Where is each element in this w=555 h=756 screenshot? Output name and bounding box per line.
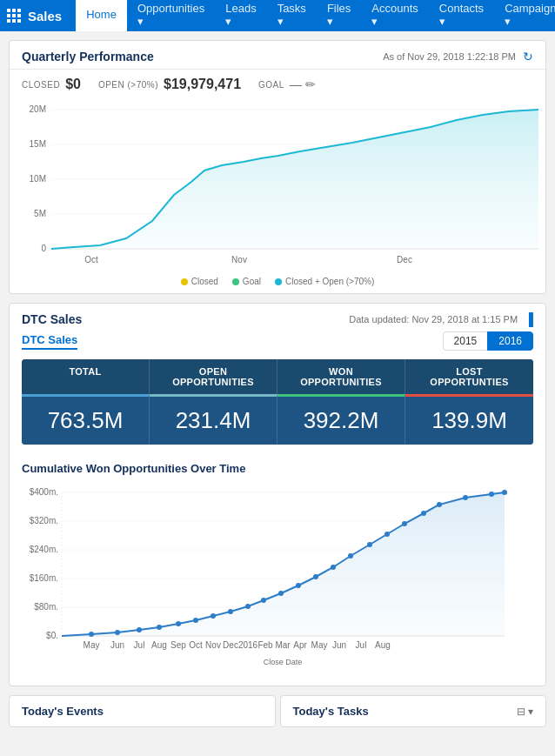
stats-table-header: TOTAL Open Opportunities Won Opportuniti… bbox=[22, 359, 533, 394]
closed-stat: CLOSED $0 bbox=[22, 77, 81, 92]
svg-text:0: 0 bbox=[41, 244, 46, 253]
goal-label: GOAL bbox=[258, 80, 284, 90]
dtc-body: DTC Sales 2015 2016 TOTAL Open Opportuni… bbox=[10, 331, 545, 686]
svg-text:$400m.: $400m. bbox=[30, 487, 58, 497]
tab-opportunities[interactable]: Opportunities ▾ bbox=[127, 0, 215, 31]
dtc-tab-title[interactable]: DTC Sales bbox=[22, 333, 77, 350]
cumulative-chart: $400m. $320m. $240m. $160m. $80m. $0. C bbox=[22, 482, 509, 673]
grid-icon[interactable] bbox=[7, 5, 21, 26]
legend-closed-label: Closed bbox=[191, 277, 218, 286]
svg-point-47 bbox=[296, 583, 301, 588]
dtc-title: DTC Sales bbox=[22, 312, 82, 326]
closed-value: $0 bbox=[65, 77, 81, 92]
legend-goal-label: Goal bbox=[243, 277, 261, 286]
cumulative-chart-title: Cumulative Won Opportunities Over Time bbox=[22, 462, 533, 475]
svg-point-55 bbox=[437, 502, 442, 507]
app-name: Sales bbox=[28, 9, 62, 23]
nav-tabs: Home Opportunities ▾ Leads ▾ Tasks ▾ Fil… bbox=[76, 0, 555, 31]
dtc-card: DTC Sales Data updated: Nov 29, 2018 at … bbox=[9, 303, 546, 686]
top-nav: Sales Home Opportunities ▾ Leads ▾ Tasks… bbox=[0, 0, 555, 31]
quarterly-timestamp: As of Nov 29, 2018 1:22:18 PM bbox=[383, 51, 516, 62]
open-label: OPEN (>70%) bbox=[98, 80, 158, 90]
svg-point-50 bbox=[348, 553, 353, 559]
tab-campaigns[interactable]: Campaigns ▾ bbox=[494, 0, 555, 31]
svg-text:5M: 5M bbox=[34, 209, 46, 218]
svg-text:20M: 20M bbox=[30, 104, 46, 114]
year-btn-2016[interactable]: 2016 bbox=[487, 331, 533, 351]
svg-text:$240m.: $240m. bbox=[30, 545, 58, 554]
svg-text:May: May bbox=[84, 640, 100, 650]
open-value: $19,979,471 bbox=[164, 77, 241, 92]
quarterly-chart: 20M 15M 10M 5M 0 bbox=[22, 99, 542, 273]
svg-point-43 bbox=[228, 609, 233, 614]
stats-table-values: 763.5M 231.4M 392.2M 139.9M bbox=[22, 394, 533, 445]
svg-point-44 bbox=[245, 604, 251, 609]
svg-point-36 bbox=[89, 632, 94, 637]
qp-stats: CLOSED $0 OPEN (>70%) $19,979,471 GOAL —… bbox=[10, 70, 545, 96]
tab-leads[interactable]: Leads ▾ bbox=[215, 0, 266, 31]
svg-point-57 bbox=[489, 492, 494, 497]
svg-text:Jun: Jun bbox=[110, 640, 124, 650]
svg-text:Jul: Jul bbox=[134, 640, 145, 650]
col-header-lost: Lost Opportunties bbox=[405, 359, 533, 394]
open-stat: OPEN (>70%) $19,979,471 bbox=[98, 77, 241, 92]
svg-rect-3 bbox=[7, 14, 10, 17]
svg-point-49 bbox=[331, 565, 336, 570]
tab-tasks[interactable]: Tasks ▾ bbox=[267, 0, 317, 31]
quarterly-chart-area: 20M 15M 10M 5M 0 bbox=[10, 96, 545, 293]
tab-accounts[interactable]: Accounts ▾ bbox=[361, 0, 428, 31]
svg-point-45 bbox=[261, 598, 266, 603]
main-content: Quarterly Performance As of Nov 29, 2018… bbox=[0, 40, 555, 727]
legend-closed-open-label: Closed + Open (>70%) bbox=[285, 277, 374, 286]
svg-text:Aug: Aug bbox=[375, 640, 391, 650]
tasks-card: Today's Tasks ⊟ ▾ bbox=[280, 695, 547, 727]
svg-point-42 bbox=[211, 613, 216, 619]
year-buttons: 2015 2016 bbox=[443, 331, 533, 351]
svg-point-52 bbox=[384, 532, 390, 537]
val-won: 392.2M bbox=[278, 394, 405, 445]
dtc-meta: Data updated: Nov 29, 2018 at 1:15 PM bbox=[349, 314, 518, 324]
svg-point-54 bbox=[421, 511, 426, 516]
dtc-tabs-row: DTC Sales 2015 2016 bbox=[22, 331, 533, 351]
svg-text:Oct: Oct bbox=[189, 640, 203, 650]
svg-text:$160m.: $160m. bbox=[30, 573, 58, 583]
svg-text:Dec: Dec bbox=[223, 640, 238, 650]
svg-text:Dec: Dec bbox=[397, 255, 412, 264]
svg-text:10M: 10M bbox=[30, 174, 46, 184]
svg-text:Close Date: Close Date bbox=[264, 658, 303, 666]
goal-edit-icon[interactable]: — ✏ bbox=[290, 77, 316, 91]
svg-point-58 bbox=[502, 490, 507, 495]
svg-rect-4 bbox=[12, 14, 16, 17]
svg-rect-6 bbox=[7, 19, 10, 23]
quarterly-card: Quarterly Performance As of Nov 29, 2018… bbox=[9, 40, 546, 294]
svg-text:Jul: Jul bbox=[356, 640, 367, 650]
tab-files[interactable]: Files ▾ bbox=[317, 0, 361, 31]
goal-stat: GOAL — ✏ bbox=[258, 77, 316, 91]
bottom-row: Today's Events Today's Tasks ⊟ ▾ bbox=[9, 695, 546, 727]
svg-text:Nov: Nov bbox=[231, 255, 247, 264]
tasks-filter-icon[interactable]: ⊟ ▾ bbox=[517, 706, 533, 718]
bar-chart-icon[interactable]: ▐ bbox=[525, 312, 533, 326]
svg-point-39 bbox=[157, 625, 162, 630]
svg-text:$80m.: $80m. bbox=[34, 602, 58, 612]
svg-rect-5 bbox=[17, 14, 21, 17]
tab-contacts[interactable]: Contacts ▾ bbox=[429, 0, 494, 31]
svg-point-40 bbox=[176, 621, 181, 626]
refresh-icon[interactable]: ↻ bbox=[523, 50, 533, 64]
year-btn-2015[interactable]: 2015 bbox=[443, 331, 488, 351]
svg-text:May: May bbox=[311, 640, 328, 650]
legend-closed-open: Closed + Open (>70%) bbox=[275, 277, 374, 286]
svg-rect-2 bbox=[17, 9, 21, 12]
quarterly-legend: Closed Goal Closed + Open (>70%) bbox=[22, 277, 533, 286]
legend-goal: Goal bbox=[232, 277, 261, 286]
svg-point-37 bbox=[115, 630, 120, 635]
val-open: 231.4M bbox=[150, 394, 278, 445]
cumulative-chart-wrap: Cumulative Won Opportunities Over Time $… bbox=[22, 462, 533, 673]
dtc-card-header: DTC Sales Data updated: Nov 29, 2018 at … bbox=[10, 304, 545, 331]
events-card-header: Today's Events bbox=[22, 705, 263, 718]
svg-text:15M: 15M bbox=[30, 139, 46, 149]
col-header-open: Open Opportunities bbox=[150, 359, 278, 394]
tasks-card-header: Today's Tasks ⊟ ▾ bbox=[293, 705, 534, 718]
tab-home[interactable]: Home bbox=[76, 0, 127, 31]
col-header-won: Won Opportunities bbox=[278, 359, 405, 394]
